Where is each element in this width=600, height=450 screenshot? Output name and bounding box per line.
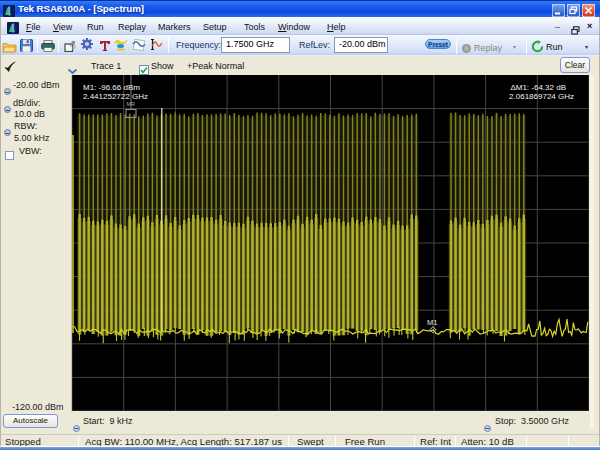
svg-text:ΔM1: -64.32 dB: ΔM1: -64.32 dB (510, 83, 566, 92)
svg-text:M1: M1 (427, 318, 437, 327)
svg-text:2.441252722 GHz: 2.441252722 GHz (83, 92, 148, 101)
svg-text:MR: MR (127, 101, 136, 107)
svg-text:M1: -96.66 dBm: M1: -96.66 dBm (83, 83, 140, 92)
svg-text:2.061869724 GHz: 2.061869724 GHz (509, 92, 574, 101)
